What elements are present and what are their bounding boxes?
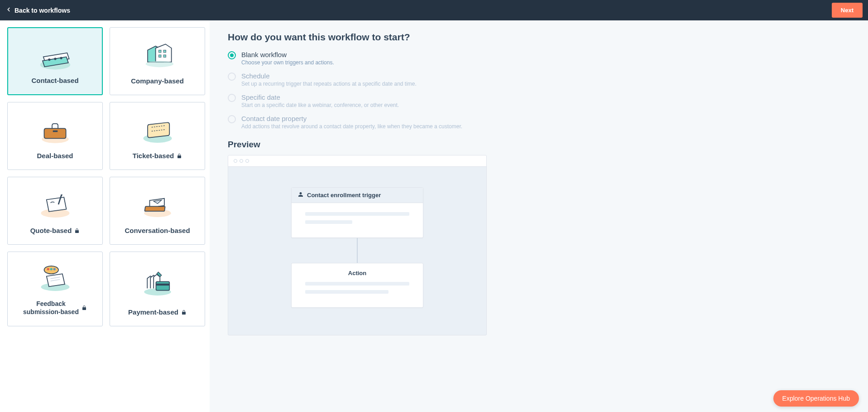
- card-label: Deal-based: [37, 152, 73, 160]
- card-label: Feedbacksubmission-based: [23, 300, 87, 316]
- skeleton-line: [305, 220, 352, 224]
- start-option-property: Contact date propertyAdd actions that re…: [228, 115, 850, 130]
- contact-icon: [298, 192, 303, 199]
- chevron-left-icon: [5, 6, 12, 14]
- card-label: Conversation-based: [125, 227, 190, 234]
- workflow-type-card-ticket[interactable]: Ticket-based: [110, 102, 205, 170]
- svg-rect-27: [156, 284, 169, 286]
- workflow-type-card-conversation[interactable]: Conversation-based: [110, 177, 205, 245]
- option-title: Blank workflow: [241, 51, 334, 58]
- svg-point-2: [54, 58, 56, 60]
- company-illustration-icon: [137, 36, 178, 73]
- preview-window: Contact enrollment trigger Action: [228, 155, 487, 335]
- trigger-node: Contact enrollment trigger: [291, 187, 423, 238]
- deal-illustration-icon: [35, 111, 76, 148]
- explore-operations-hub-button[interactable]: Explore Operations Hub: [773, 390, 859, 407]
- radio-specific: [228, 94, 236, 102]
- card-label: Ticket-based: [133, 152, 182, 160]
- skeleton-line: [305, 290, 388, 294]
- start-option-specific: Specific dateStart on a specific date li…: [228, 93, 850, 108]
- workflow-type-card-feedback[interactable]: Feedbacksubmission-based: [7, 252, 103, 326]
- radio-property: [228, 115, 236, 123]
- next-button[interactable]: Next: [832, 3, 863, 18]
- radio-blank[interactable]: [228, 51, 236, 59]
- svg-rect-5: [163, 50, 166, 52]
- main-content: Contact-basedCompany-basedDeal-basedTick…: [0, 20, 868, 412]
- skeleton-line: [305, 282, 409, 286]
- start-option-schedule: ScheduleSet up a recurring trigger that …: [228, 72, 850, 87]
- svg-point-1: [48, 58, 50, 60]
- workflow-type-panel: Contact-basedCompany-basedDeal-basedTick…: [0, 20, 210, 412]
- svg-rect-4: [158, 50, 161, 52]
- window-dot-icon: [245, 159, 249, 163]
- trigger-node-header: Contact enrollment trigger: [292, 188, 423, 203]
- card-label: Payment-based: [128, 308, 187, 316]
- workflow-type-card-quote[interactable]: Quote-based: [7, 177, 103, 245]
- start-question-heading: How do you want this workflow to start?: [228, 32, 850, 43]
- action-node-label: Action: [292, 263, 423, 279]
- svg-point-8: [145, 61, 173, 67]
- svg-point-22: [53, 268, 55, 270]
- window-dot-icon: [240, 159, 243, 163]
- workflow-type-grid: Contact-basedCompany-basedDeal-basedTick…: [7, 27, 205, 326]
- option-title: Specific date: [241, 93, 399, 101]
- top-bar: Back to workflows Next: [0, 0, 868, 20]
- svg-point-3: [60, 57, 62, 59]
- node-connector: [357, 238, 358, 263]
- option-description: Set up a recurring trigger that repeats …: [241, 81, 417, 87]
- skeleton-line: [305, 212, 409, 216]
- quote-illustration-icon: [35, 185, 76, 223]
- card-label: Contact-based: [31, 77, 78, 84]
- workflow-type-card-company[interactable]: Company-based: [110, 27, 205, 95]
- option-description: Choose your own triggers and actions.: [241, 59, 334, 66]
- card-label: Quote-based: [30, 227, 80, 234]
- svg-rect-6: [158, 55, 161, 57]
- preview-heading: Preview: [228, 140, 850, 150]
- svg-rect-7: [163, 55, 166, 57]
- option-title: Contact date property: [241, 115, 462, 122]
- contact-illustration-icon: [35, 36, 76, 73]
- preview-window-chrome: [228, 155, 486, 167]
- start-options-list: Blank workflowChoose your own triggers a…: [228, 51, 850, 130]
- svg-rect-26: [156, 281, 169, 290]
- conversation-illustration-icon: [137, 185, 178, 223]
- option-title: Schedule: [241, 72, 417, 80]
- trigger-node-label: Contact enrollment trigger: [307, 192, 381, 199]
- lock-icon: [74, 228, 80, 233]
- workflow-type-card-contact[interactable]: Contact-based: [7, 27, 103, 95]
- lock-icon: [82, 305, 87, 310]
- lock-icon: [177, 153, 182, 159]
- payment-illustration-icon: [137, 260, 178, 305]
- option-description: Add actions that revolve around a contac…: [241, 123, 462, 130]
- workflow-type-card-payment[interactable]: Payment-based: [110, 252, 205, 326]
- back-label: Back to workflows: [14, 7, 70, 14]
- radio-schedule: [228, 73, 236, 81]
- svg-point-21: [50, 268, 52, 270]
- workflow-type-card-deal[interactable]: Deal-based: [7, 102, 103, 170]
- action-node-body: [292, 279, 423, 307]
- action-node: Action: [291, 263, 423, 308]
- workflow-config-panel: How do you want this workflow to start? …: [210, 20, 868, 412]
- ticket-illustration-icon: [137, 111, 178, 148]
- svg-rect-10: [53, 130, 58, 132]
- card-label: Company-based: [131, 77, 184, 85]
- window-dot-icon: [234, 159, 237, 163]
- svg-point-20: [47, 268, 49, 270]
- feedback-illustration-icon: [35, 260, 76, 296]
- back-to-workflows-link[interactable]: Back to workflows: [5, 6, 70, 14]
- preview-canvas: Contact enrollment trigger Action: [228, 167, 486, 335]
- start-option-blank[interactable]: Blank workflowChoose your own triggers a…: [228, 51, 850, 66]
- lock-icon: [181, 310, 187, 315]
- svg-rect-17: [144, 206, 165, 211]
- option-description: Start on a specific date like a webinar,…: [241, 102, 399, 108]
- trigger-node-body: [292, 203, 423, 238]
